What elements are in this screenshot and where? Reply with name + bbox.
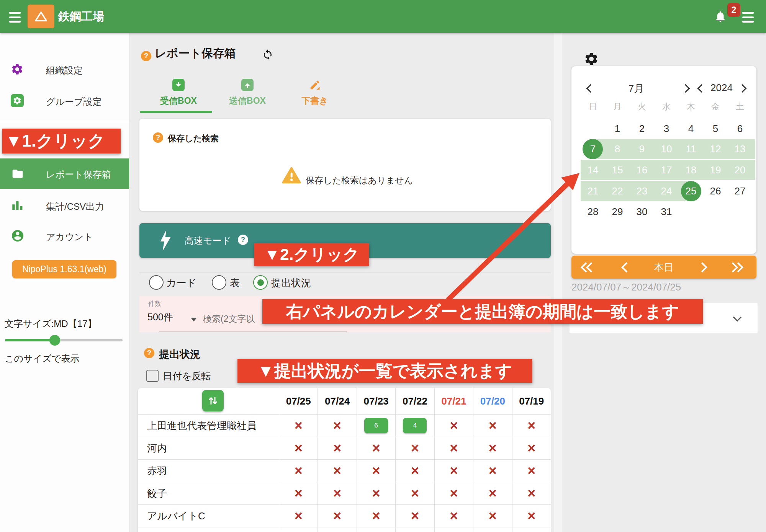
not-submitted-mark: × xyxy=(333,486,341,500)
calendar-day-8[interactable]: 8 xyxy=(605,139,630,159)
menu-hamburger-left[interactable] xyxy=(9,12,21,23)
warning-triangle-icon xyxy=(282,166,301,184)
section-divider xyxy=(139,273,551,273)
not-submitted-mark: × xyxy=(333,464,341,478)
calendar-settings-gear-icon[interactable] xyxy=(584,51,599,67)
calendar-day-25[interactable]: 25 xyxy=(679,181,703,201)
tab-draft[interactable]: 下書き xyxy=(282,79,347,107)
sort-button[interactable] xyxy=(202,390,224,411)
submission-cell xyxy=(318,527,356,532)
refresh-icon[interactable] xyxy=(262,49,273,60)
calendar-day-13[interactable]: 13 xyxy=(728,139,752,159)
today-button[interactable]: 本日 xyxy=(645,256,683,279)
scrollbar-strip[interactable] xyxy=(554,33,562,532)
submission-cell: × xyxy=(357,482,395,504)
font-size-slider-knob[interactable] xyxy=(49,335,60,346)
submission-cell: × xyxy=(434,505,473,527)
radio-table-view[interactable] xyxy=(212,275,226,290)
help-icon-saved-search[interactable]: ? xyxy=(153,132,163,143)
table-row: アルバイトC××××××× xyxy=(138,505,551,527)
invert-dates-checkbox[interactable] xyxy=(146,370,159,382)
submission-cell: × xyxy=(279,482,318,504)
sidebar-item-org-settings[interactable]: 組織設定 xyxy=(46,64,83,77)
calendar-day-7[interactable]: 7 xyxy=(581,139,605,159)
radio-submission-label[interactable]: 提出状況 xyxy=(271,276,311,290)
calendar-month-label: 7月 xyxy=(617,82,655,95)
count-select[interactable]: 500件 xyxy=(147,311,173,323)
forward-icon[interactable] xyxy=(697,262,707,273)
tab-outbox[interactable]: 送信BOX xyxy=(215,79,280,107)
submission-cell: × xyxy=(512,415,551,437)
saved-search-empty-message: 保存した検索はありません xyxy=(306,175,413,186)
calendar-day-2[interactable]: 2 xyxy=(630,119,654,139)
inbox-icon xyxy=(172,79,185,91)
calendar-day-19[interactable]: 19 xyxy=(703,160,728,180)
submission-count-badge[interactable]: 6 xyxy=(364,418,388,433)
help-icon-fast-mode[interactable]: ? xyxy=(238,235,248,245)
calendar-day-30[interactable]: 30 xyxy=(630,202,654,222)
notification-bell-icon[interactable] xyxy=(714,9,727,24)
radio-table-label[interactable]: 表 xyxy=(230,276,240,290)
page-title: レポート保存箱 xyxy=(155,46,236,61)
next-month-icon[interactable] xyxy=(681,84,690,93)
not-submitted-mark: × xyxy=(450,464,458,478)
submission-cell: × xyxy=(434,437,473,459)
menu-hamburger-right[interactable] xyxy=(742,12,754,23)
date-header-07/24: 07/24 xyxy=(318,388,356,414)
submission-cell xyxy=(395,527,434,532)
calendar-day-10[interactable]: 10 xyxy=(654,139,679,159)
calendar-day-4[interactable]: 4 xyxy=(679,119,703,139)
prev-month-icon[interactable] xyxy=(586,84,595,93)
not-submitted-mark: × xyxy=(333,441,341,455)
calendar-day-23[interactable]: 23 xyxy=(630,181,654,201)
table-row: 餃子××××××× xyxy=(138,482,551,505)
help-icon-submission[interactable]: ? xyxy=(144,348,154,358)
calendar-day-18[interactable]: 18 xyxy=(679,160,703,180)
calendar-day-27[interactable]: 27 xyxy=(728,181,752,201)
annotation-step2: ▼2.クリック xyxy=(254,243,369,266)
radio-card-label[interactable]: カード xyxy=(166,276,196,290)
calendar-day-6[interactable]: 6 xyxy=(728,119,752,139)
calendar-day-26[interactable]: 26 xyxy=(703,181,728,201)
calendar-day-15[interactable]: 15 xyxy=(605,160,630,180)
calendar-day-12[interactable]: 12 xyxy=(703,139,728,159)
invert-dates-label[interactable]: 日付を反転 xyxy=(163,370,211,382)
calendar-day-1[interactable]: 1 xyxy=(605,119,630,139)
help-icon-report-box[interactable]: ? xyxy=(141,51,151,61)
tab-inbox[interactable]: 受信BOX xyxy=(146,79,211,107)
calendar-day-29[interactable]: 29 xyxy=(605,202,630,222)
app-logo[interactable] xyxy=(28,5,54,28)
calendar-day-16[interactable]: 16 xyxy=(630,160,654,180)
calendar-nav-bar: 本日 xyxy=(571,256,756,279)
sidebar-item-group-settings[interactable]: グループ設定 xyxy=(46,96,102,108)
weekday-1: 月 xyxy=(605,101,630,113)
calendar-day-3[interactable]: 3 xyxy=(654,119,679,139)
back-icon[interactable] xyxy=(621,262,632,273)
submission-count-badge[interactable]: 4 xyxy=(403,418,427,433)
calendar-day-21[interactable]: 21 xyxy=(581,181,605,201)
date-header-07/23: 07/23 xyxy=(357,388,395,414)
date-header-07/19: 07/19 xyxy=(512,388,551,414)
calendar-day-5[interactable]: 5 xyxy=(703,119,728,139)
version-button[interactable]: NipoPlus 1.63.1(web) xyxy=(12,260,116,278)
search-input[interactable] xyxy=(202,311,265,327)
radio-card-view[interactable] xyxy=(149,275,164,290)
calendar-day-14[interactable]: 14 xyxy=(581,160,605,180)
table-corner-cell xyxy=(138,388,279,414)
calendar-day-20[interactable]: 20 xyxy=(728,160,752,180)
calendar-day-28[interactable]: 28 xyxy=(581,202,605,222)
calendar-day-22[interactable]: 22 xyxy=(605,181,630,201)
sidebar-item-csv-export[interactable]: 集計/CSV出力 xyxy=(46,201,104,213)
fast-mode-label: 高速モード xyxy=(185,223,231,258)
sidebar-item-account[interactable]: アカウント xyxy=(46,231,93,243)
calendar-day-9[interactable]: 9 xyxy=(630,139,654,159)
calendar-day-24[interactable]: 24 xyxy=(654,181,679,201)
outbox-icon xyxy=(241,79,254,91)
calendar-day-17[interactable]: 17 xyxy=(654,160,679,180)
radio-submission-view[interactable] xyxy=(253,275,268,290)
not-submitted-mark: × xyxy=(295,464,303,478)
submission-cell: × xyxy=(473,415,512,437)
submission-cell xyxy=(434,527,473,532)
calendar-day-11[interactable]: 11 xyxy=(679,139,703,159)
calendar-day-31[interactable]: 31 xyxy=(654,202,679,222)
